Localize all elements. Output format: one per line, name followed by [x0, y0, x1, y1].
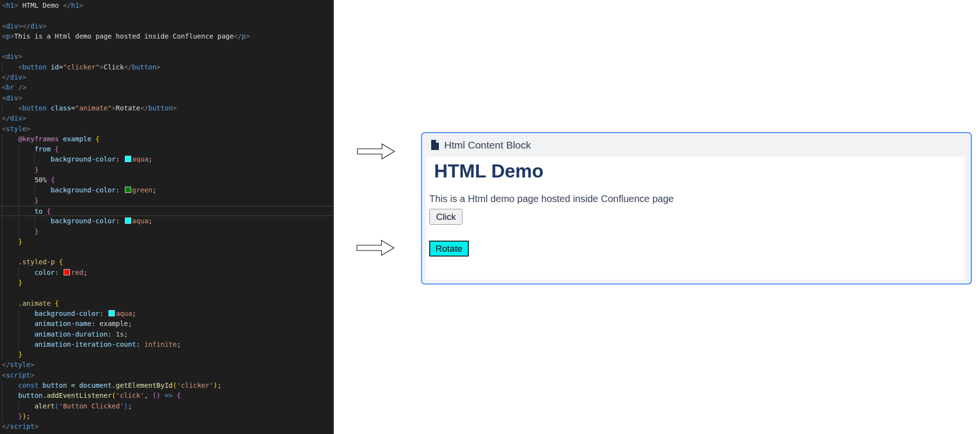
code-token: }: [34, 166, 38, 174]
code-token: ,: [144, 392, 152, 399]
file-icon: [431, 140, 439, 150]
indent-guide: [2, 380, 18, 391]
code-token: style: [6, 125, 26, 133]
html-content-block-panel: Html Content Block HTML Demo This is a H…: [421, 132, 972, 285]
code-token: ;: [152, 186, 156, 194]
code-token: [120, 155, 123, 163]
indent-guide: [18, 206, 35, 216]
indent-guide: [2, 339, 18, 350]
code-token: >: [173, 104, 177, 112]
code-line: </div>: [2, 113, 334, 123]
code-line: }: [2, 165, 334, 175]
color-swatch: [125, 156, 131, 162]
code-token: color: [34, 269, 54, 276]
code-token: :: [99, 310, 103, 317]
code-token: aqua: [116, 310, 132, 317]
code-token: background-color: [51, 217, 116, 225]
code-token: =>: [164, 392, 173, 399]
code-token: br: [6, 83, 14, 91]
code-token: >: [42, 22, 46, 30]
code-token: </: [63, 1, 71, 9]
code-line: [2, 288, 334, 298]
code-token: class: [51, 104, 71, 112]
code-token: button: [22, 104, 47, 112]
code-line: .styled-p {: [2, 257, 334, 267]
indent-guide: [2, 288, 18, 298]
code-token: button: [18, 392, 43, 399]
code-token: }: [18, 238, 22, 245]
indent-guide: [18, 401, 35, 411]
code-token: />: [18, 83, 27, 91]
code-token: example: [95, 320, 128, 327]
code-token: to: [34, 207, 42, 215]
code-token: 1s: [116, 330, 124, 338]
click-button[interactable]: Click: [429, 209, 463, 225]
code-editor[interactable]: <h1> HTML Demo </h1><div></div><p>This i…: [0, 0, 334, 434]
code-token: >: [30, 361, 34, 368]
code-token: .styled-p: [18, 258, 55, 266]
code-token: from: [34, 145, 51, 153]
code-token: {: [177, 392, 180, 399]
indent-guide: [2, 329, 18, 339]
indent-guide: [2, 257, 18, 267]
code-line: }: [2, 278, 334, 288]
code-token: >: [34, 422, 38, 430]
code-line: background-color: green;: [2, 185, 334, 195]
code-token: Rotate: [116, 104, 140, 112]
code-token: ;: [128, 320, 132, 327]
indent-guide: [2, 134, 18, 144]
indent-guide: [34, 216, 51, 226]
code-token: aqua: [132, 217, 149, 225]
code-token: </: [2, 73, 10, 81]
code-token: alert: [34, 402, 54, 410]
code-token: [104, 310, 108, 317]
code-token: red: [71, 269, 83, 276]
code-token: 'click': [116, 392, 144, 399]
code-token: [14, 83, 18, 91]
code-token: div: [10, 73, 22, 81]
code-token: [47, 104, 51, 112]
panel-title: Html Content Block: [444, 139, 531, 151]
code-line: <div>: [2, 52, 334, 62]
indent-guide: [2, 319, 18, 329]
code-line: background-color: aqua;: [2, 309, 334, 319]
code-token: "clicker": [63, 63, 99, 71]
indent-guide: [18, 165, 35, 175]
code-token: {: [47, 207, 51, 215]
code-token: getElementById: [116, 381, 173, 389]
indent-guide: [18, 144, 35, 154]
code-token: >: [22, 73, 26, 81]
code-token: [55, 258, 59, 266]
code-line: .animate {: [2, 298, 334, 309]
code-token: >: [22, 114, 26, 122]
code-token: ;: [218, 381, 221, 389]
code-token: 'clicker': [177, 381, 214, 389]
code-token: >: [79, 1, 83, 9]
code-token: [47, 176, 51, 184]
indent-guide: [2, 206, 18, 216]
code-token: [42, 207, 46, 215]
code-token: >: [27, 125, 30, 133]
code-line: button.addEventListener('click', () => {: [2, 391, 334, 401]
rotate-button[interactable]: Rotate: [429, 241, 469, 257]
code-token: HTML Demo: [18, 1, 63, 9]
code-token: animation-duration: [34, 330, 108, 338]
code-line: [2, 247, 334, 257]
indent-guide: [18, 216, 35, 226]
indent-guide: [2, 62, 18, 72]
code-token: [51, 145, 54, 153]
code-token: :: [55, 269, 59, 276]
indent-guide: [2, 154, 18, 164]
code-token: }: [18, 412, 22, 420]
code-line: }: [2, 237, 334, 247]
code-token: div: [30, 22, 42, 30]
code-token: >: [14, 1, 18, 9]
code-token: <: [18, 63, 22, 71]
code-token: [120, 186, 123, 194]
code-token: [51, 299, 54, 307]
indent-guide: [2, 185, 18, 195]
code-token: }: [34, 197, 38, 204]
indent-guide: [18, 175, 35, 185]
demo-paragraph: This is a Html demo page hosted inside C…: [429, 192, 674, 205]
code-token: :: [91, 320, 95, 327]
